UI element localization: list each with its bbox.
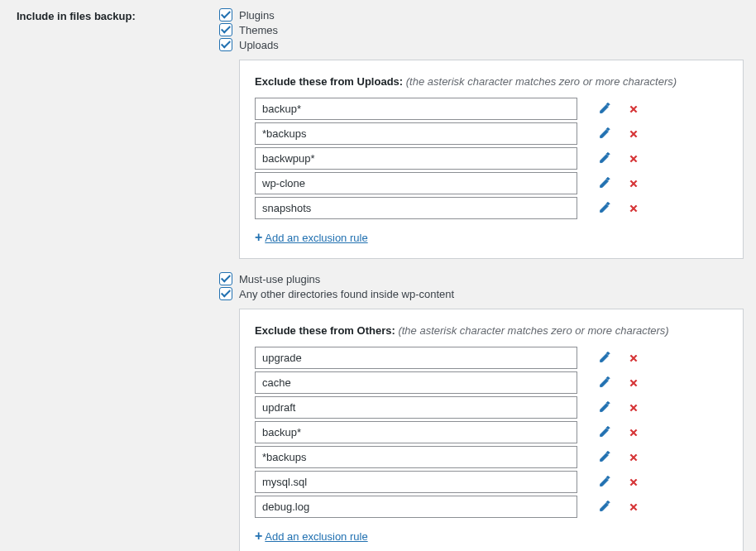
exclusion-rule-row	[255, 496, 728, 518]
checkbox-themes[interactable]: Themes	[219, 23, 744, 36]
edit-rule-button[interactable]	[592, 497, 615, 517]
close-icon	[627, 476, 640, 489]
exclusion-rule-row	[255, 98, 728, 120]
checkbox-mu-plugins-label: Must-use plugins	[239, 273, 320, 285]
exclude-uploads-box: Exclude these from Uploads: (the asteris…	[239, 60, 744, 259]
pencil-icon	[597, 376, 610, 390]
delete-rule-button[interactable]	[622, 423, 645, 443]
exclusion-rule-input[interactable]	[255, 371, 577, 394]
edit-rule-button[interactable]	[592, 124, 615, 144]
close-icon	[627, 401, 640, 414]
exclusion-rule-input[interactable]	[255, 496, 577, 518]
edit-rule-button[interactable]	[592, 423, 615, 443]
delete-rule-button[interactable]	[622, 373, 645, 393]
pencil-icon	[597, 451, 610, 464]
exclusion-rule-input[interactable]	[255, 471, 577, 493]
delete-rule-button[interactable]	[622, 124, 645, 144]
checkbox-mu-plugins[interactable]: Must-use plugins	[219, 272, 744, 285]
exclude-others-hint: (the asterisk character matches zero or …	[398, 324, 668, 337]
delete-rule-button[interactable]	[622, 174, 645, 194]
add-exclusion-rule-others-label: Add an exclusion rule	[265, 530, 367, 543]
delete-rule-button[interactable]	[622, 199, 645, 218]
checkbox-other-dirs[interactable]: Any other directories found inside wp-co…	[219, 287, 744, 300]
delete-rule-button[interactable]	[622, 497, 645, 517]
checkbox-mu-plugins-input[interactable]	[219, 272, 232, 285]
checkbox-other-dirs-label: Any other directories found inside wp-co…	[239, 288, 454, 300]
edit-rule-button[interactable]	[592, 373, 615, 393]
pencil-icon	[597, 103, 610, 116]
delete-rule-button[interactable]	[622, 149, 645, 169]
exclude-uploads-hint: (the asterisk character matches zero or …	[406, 75, 677, 88]
delete-rule-button[interactable]	[622, 472, 645, 492]
checkbox-uploads-input[interactable]	[219, 38, 232, 51]
pencil-icon	[597, 152, 610, 165]
pencil-icon	[597, 177, 610, 190]
pencil-icon	[597, 501, 610, 514]
exclusion-rule-row	[255, 446, 728, 468]
exclusion-rule-row	[255, 396, 728, 419]
plus-icon: +	[255, 230, 262, 245]
close-icon	[627, 376, 640, 390]
exclude-others-title: Exclude these from Others:	[255, 324, 395, 337]
edit-rule-button[interactable]	[592, 398, 615, 418]
close-icon	[627, 352, 640, 365]
section-label: Include in files backup:	[17, 10, 136, 22]
pencil-icon	[597, 401, 610, 414]
checkbox-plugins-input[interactable]	[219, 8, 232, 22]
exclusion-rule-row	[255, 471, 728, 493]
plus-icon: +	[255, 529, 262, 544]
exclusion-rule-row	[255, 197, 728, 219]
delete-rule-button[interactable]	[622, 398, 645, 418]
close-icon	[627, 103, 640, 116]
exclusion-rule-row	[255, 347, 728, 369]
exclusion-rule-input[interactable]	[255, 147, 577, 170]
exclusion-rule-row	[255, 421, 728, 443]
pencil-icon	[597, 426, 610, 439]
add-exclusion-rule-uploads[interactable]: + Add an exclusion rule	[255, 230, 368, 245]
checkbox-themes-label: Themes	[239, 24, 278, 36]
edit-rule-button[interactable]	[592, 174, 615, 194]
exclude-uploads-title: Exclude these from Uploads:	[255, 75, 403, 88]
close-icon	[627, 426, 640, 439]
edit-rule-button[interactable]	[592, 448, 615, 467]
exclusion-rule-input[interactable]	[255, 197, 577, 219]
checkbox-other-dirs-input[interactable]	[219, 287, 232, 300]
edit-rule-button[interactable]	[592, 348, 615, 368]
pencil-icon	[597, 476, 610, 489]
exclusion-rule-input[interactable]	[255, 446, 577, 468]
checkbox-plugins-label: Plugins	[239, 9, 275, 22]
exclusion-rule-row	[255, 147, 728, 170]
checkbox-plugins[interactable]: Plugins	[219, 8, 744, 22]
exclusion-rule-input[interactable]	[255, 396, 577, 419]
exclusion-rule-row	[255, 371, 728, 394]
exclusion-rule-input[interactable]	[255, 172, 577, 194]
close-icon	[627, 177, 640, 190]
exclusion-rule-row	[255, 122, 728, 145]
delete-rule-button[interactable]	[622, 348, 645, 368]
add-exclusion-rule-others[interactable]: + Add an exclusion rule	[255, 529, 368, 544]
edit-rule-button[interactable]	[592, 472, 615, 492]
close-icon	[627, 451, 640, 464]
close-icon	[627, 501, 640, 514]
edit-rule-button[interactable]	[592, 149, 615, 169]
delete-rule-button[interactable]	[622, 99, 645, 119]
checkbox-uploads-label: Uploads	[239, 39, 279, 51]
close-icon	[627, 152, 640, 165]
edit-rule-button[interactable]	[592, 199, 615, 218]
close-icon	[627, 202, 640, 215]
add-exclusion-rule-uploads-label: Add an exclusion rule	[265, 232, 367, 244]
exclude-others-header: Exclude these from Others: (the asterisk…	[255, 324, 728, 337]
edit-rule-button[interactable]	[592, 99, 615, 119]
pencil-icon	[597, 127, 610, 141]
pencil-icon	[597, 352, 610, 365]
exclusion-rule-input[interactable]	[255, 347, 577, 369]
exclude-others-box: Exclude these from Others: (the asterisk…	[239, 309, 744, 551]
checkbox-uploads[interactable]: Uploads	[219, 38, 744, 51]
exclusion-rule-input[interactable]	[255, 122, 577, 145]
delete-rule-button[interactable]	[622, 448, 645, 467]
close-icon	[627, 127, 640, 141]
checkbox-themes-input[interactable]	[219, 23, 232, 36]
exclusion-rule-row	[255, 172, 728, 194]
exclusion-rule-input[interactable]	[255, 421, 577, 443]
exclusion-rule-input[interactable]	[255, 98, 577, 120]
